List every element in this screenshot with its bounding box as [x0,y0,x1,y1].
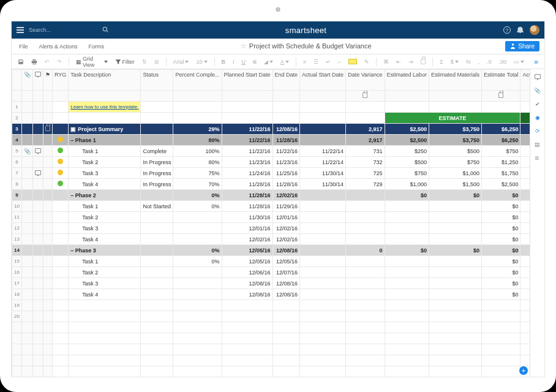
table-row[interactable] [12,322,530,333]
strike-icon[interactable]: S [250,58,259,66]
table-row[interactable]: 12Task 312/01/1612/02/16$0$0$01.5d11 [12,223,530,234]
view-icon[interactable]: ⊞ [152,58,162,66]
account-avatar[interactable] [530,25,539,35]
link-icon[interactable]: ⌘ [381,58,391,66]
col-ryg[interactable]: RYG [52,70,68,91]
percent-icon[interactable]: % [464,58,473,66]
ryg-ball-icon [58,137,63,142]
italic-icon[interactable]: I [230,58,237,66]
lock-toolbar-icon[interactable] [418,58,428,66]
align-left-icon[interactable]: ≡ [301,58,309,66]
table-row[interactable]: 4– Phase 180%11/22/1611/28/162,917$2,500… [12,135,530,146]
sum-icon[interactable]: Σ [437,58,446,66]
table-row[interactable]: 7Task 3In Progress75%11/24/1611/25/1611/… [12,168,530,179]
template-help-link[interactable]: Learn how to use this template. [70,104,138,110]
font-selector[interactable]: Arial [170,58,191,66]
save-icon[interactable] [15,58,26,66]
help-icon[interactable]: ? [503,26,511,34]
menu-forms[interactable]: Forms [86,42,107,51]
table-row[interactable] [12,355,530,366]
undo-icon[interactable]: ↶ [42,58,52,66]
proof-icon[interactable]: ✔ [535,101,540,107]
fill-color-icon[interactable]: ◢ [261,58,276,66]
share-button[interactable]: Share [505,41,539,51]
menu-file[interactable]: File [17,42,31,51]
conversations-icon[interactable] [535,74,541,80]
table-row[interactable]: 17Task 312/08/1612/08/16$0$0$01d16 [12,278,530,289]
menu-icon[interactable] [17,26,24,34]
table-row[interactable] [12,366,530,377]
underline-icon[interactable]: U [239,58,248,66]
date-format-icon[interactable]: ▭ [511,58,527,66]
clear-format-icon[interactable]: ✎ [362,58,372,66]
col-attachment[interactable]: 📎 [21,70,32,91]
table-row[interactable]: 9– Phase 20%11/28/1612/02/16$0$0$0$0$05d [12,190,530,201]
font-size-selector[interactable]: 10 [193,58,209,66]
col-etot[interactable]: Estimate Total [482,70,520,91]
table-row[interactable]: 10Task 1Not Started0%11/28/1611/29/16$0$… [12,201,530,212]
brief-icon[interactable]: 🗎 [535,155,540,161]
star-icon[interactable]: ☆ [241,42,247,50]
search-input[interactable] [29,27,108,33]
history-icon[interactable]: ⟳ [535,128,540,134]
dec-increase-icon[interactable]: .00 [497,58,509,66]
col-pstart[interactable]: Planned Start Date [222,70,272,91]
col-task[interactable]: Task Description [69,70,141,91]
indent-icon[interactable]: ⇥ [406,58,416,66]
table-row[interactable]: 20 [12,311,530,322]
col-elab[interactable]: Estimated Labor [385,70,429,91]
sort-icon[interactable]: ⇅ [140,58,149,66]
global-search[interactable] [29,27,108,33]
table-row[interactable]: 15Task 10%12/05/1612/05/16$0$0$01d13, 8 [12,256,530,267]
col-emat[interactable]: Estimated Materials [429,70,482,91]
print-icon[interactable] [29,58,40,66]
align-center-icon[interactable]: ☰ [311,58,321,66]
table-row[interactable]: 14– Phase 30%12/05/1612/08/160$0$0$0$0$0… [12,245,530,256]
col-dvar[interactable]: Date Variance [346,70,385,91]
comment-icon [35,148,41,153]
thousands-icon[interactable]: , [476,58,483,66]
highlight-icon[interactable] [346,58,359,66]
add-row-button[interactable]: + [519,366,528,375]
menu-alerts[interactable]: Alerts & Actions [37,42,80,51]
table-row[interactable] [12,344,530,355]
table-row[interactable]: 11Task 211/30/1612/01/16$0$0$01.5d10 [12,212,530,223]
publish-icon[interactable]: ◉ [535,115,540,121]
table-row[interactable]: 1Learn how to use this template. [12,102,530,113]
outdent-icon[interactable]: ⇤ [394,58,404,66]
wrap-icon[interactable]: ↵ [323,58,333,66]
table-row[interactable]: 8Task 4In Progress70%11/28/1611/28/1611/… [12,179,530,190]
sheet-grid[interactable]: 📎 ⚑ RYG Task Description Status Percent … [12,69,530,377]
table-row[interactable]: 3▣Project Summary29%11/22/1612/08/162,91… [12,124,530,135]
col-end[interactable]: End Date [272,70,300,91]
svg-line-1 [107,31,108,32]
column-header-row[interactable]: 📎 ⚑ RYG Task Description Status Percent … [12,70,530,91]
text-color-icon[interactable]: A [278,58,291,66]
redo-icon[interactable]: ↷ [54,58,64,66]
table-row[interactable]: 19 [12,300,530,311]
col-comment[interactable] [32,70,43,91]
table-row[interactable]: 16Task 212/06/1612/07/16$0$0$02d15 [12,267,530,278]
col-alab[interactable]: Actual Labor [520,70,530,91]
search-icon[interactable] [102,26,108,34]
col-astart[interactable]: Actual Start Date [300,70,346,91]
filter-button[interactable]: Filter [113,58,137,66]
bold-icon[interactable]: B [219,58,228,66]
table-row[interactable]: 6Task 2In Progress80%11/23/1611/23/1611/… [12,157,530,168]
table-row[interactable] [12,333,530,344]
view-switcher[interactable]: ▦ Grid View [73,55,110,69]
col-flag[interactable]: ⚑ [43,70,52,91]
currency-icon[interactable]: $ [448,58,461,66]
notifications-icon[interactable] [517,26,524,34]
col-status[interactable]: Status [141,70,173,91]
table-row[interactable]: 13Task 412/02/1612/02/16$0$0$0012 [12,234,530,245]
col-pct[interactable]: Percent Comple... [173,70,222,91]
dec-decrease-icon[interactable]: .0 [484,58,494,66]
toolbar-chevron-icon[interactable]: » [532,56,541,67]
summary-icon[interactable]: ▤ [535,141,540,148]
table-row[interactable]: 5📎Task 1Complete100%11/22/1611/22/1611/2… [12,146,530,157]
table-row[interactable]: 18Task 412/08/1612/08/16$0$0$0017 [12,289,530,300]
attachments-panel-icon[interactable]: 📎 [534,88,541,94]
table-row[interactable]: 2ESTIMATEACTUALS [12,113,530,124]
format-icon[interactable]: ⌐ [336,58,344,66]
